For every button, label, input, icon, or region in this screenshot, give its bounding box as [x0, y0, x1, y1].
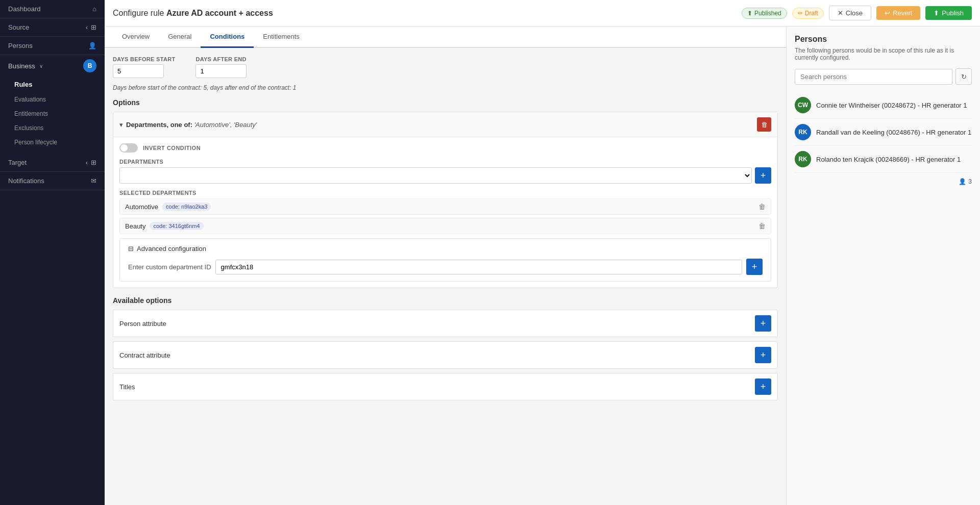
- dept1-name: Automotive: [125, 203, 158, 211]
- dept1-code: code: n9Iao2ka3: [162, 203, 211, 211]
- publish-button[interactable]: ⬆ Publish: [925, 6, 972, 20]
- toggle-knob: [120, 144, 128, 152]
- days-after-end-label: DAYS AFTER END: [195, 56, 247, 62]
- revert-button[interactable]: ↩ Revert: [876, 6, 920, 20]
- publish-label: Publish: [942, 9, 964, 17]
- condition-block-departments: ▾ Departments, one of: 'Automotive', 'Be…: [113, 112, 778, 288]
- close-button[interactable]: ✕ Close: [829, 6, 871, 20]
- persons-panel-title: Persons: [795, 35, 972, 44]
- sidebar-evaluations-label: Evaluations: [14, 96, 46, 103]
- delete-condition-button[interactable]: 🗑: [757, 117, 771, 132]
- sidebar-business-item[interactable]: Business ∨ B: [0, 55, 105, 77]
- person1-name: Connie ter Wintheiser (00248672) - HR ge…: [816, 102, 967, 109]
- publish-icon: ⬆: [934, 9, 939, 17]
- days-after-end-input[interactable]: [195, 64, 247, 78]
- add-custom-id-button[interactable]: +: [746, 259, 763, 275]
- refresh-icon: ↻: [961, 73, 967, 81]
- add-department-button[interactable]: +: [755, 167, 771, 184]
- plus-icon-ca: +: [761, 350, 766, 361]
- minus-icon: ⊟: [128, 245, 134, 252]
- person-row-2: RK Randall van de Keeling (00248676) - H…: [795, 119, 972, 146]
- caret-icon[interactable]: ▾: [119, 121, 123, 129]
- revert-label: Revert: [893, 9, 912, 17]
- tabs-bar: Overview General Conditions Entitlements: [105, 27, 786, 48]
- person2-name: Randall van de Keeling (00248676) - HR g…: [816, 129, 971, 136]
- days-before-start-input[interactable]: [113, 64, 164, 78]
- topbar: Configure rule Azure AD account + access…: [105, 0, 980, 27]
- sidebar-business-label: Business: [8, 62, 35, 70]
- departments-select-row: +: [119, 167, 771, 184]
- condition-header: ▾ Departments, one of: 'Automotive', 'Be…: [113, 112, 777, 137]
- persons-panel: Persons The following persons would be i…: [786, 27, 980, 505]
- target-grid-icon: ⊞: [91, 159, 96, 166]
- add-person-attribute-button[interactable]: +: [755, 315, 771, 332]
- sidebar-dashboard-label: Dashboard: [8, 5, 41, 13]
- tab-conditions-label: Conditions: [210, 33, 244, 40]
- refresh-button[interactable]: ↻: [955, 68, 972, 85]
- tab-entitlements[interactable]: Entitlements: [254, 27, 309, 48]
- persons-count-icon: 👤: [959, 178, 966, 185]
- person3-avatar: RK: [795, 151, 811, 167]
- sidebar-evaluations-item[interactable]: Evaluations: [0, 92, 105, 107]
- sidebar-source-label: Source: [8, 23, 29, 31]
- dept2-code: code: 3416gt6nm4: [150, 222, 203, 230]
- persons-icon: 👤: [88, 42, 96, 49]
- chevron-left-icon-target: ‹: [86, 159, 88, 166]
- add-titles-button[interactable]: +: [755, 378, 771, 395]
- sidebar-person-lifecycle-item[interactable]: Person lifecycle: [0, 135, 105, 149]
- chevron-left-icon: ‹: [86, 23, 88, 31]
- sidebar-dashboard-item[interactable]: Dashboard ⌂: [0, 0, 105, 18]
- sidebar-rules-item[interactable]: Rules: [0, 77, 105, 92]
- option-row-titles: Titles +: [113, 373, 778, 400]
- sidebar-source-item[interactable]: Source ‹ ⊞: [0, 18, 105, 37]
- advanced-body: Enter custom department ID +: [128, 259, 763, 275]
- tab-general[interactable]: General: [159, 27, 201, 48]
- tab-general-label: General: [168, 33, 191, 40]
- condition-type: Departments, one of:: [126, 121, 192, 129]
- option2-label: Contract attribute: [119, 351, 755, 359]
- sidebar-persons-item[interactable]: Persons 👤: [0, 37, 105, 55]
- dept-row-beauty: Beauty code: 3416gt6nm4 🗑: [119, 218, 771, 234]
- published-icon: ⬆: [747, 10, 752, 17]
- search-row: ↻: [795, 68, 972, 85]
- sidebar-exclusions-label: Exclusions: [14, 124, 43, 132]
- person-row-3: RK Rolando ten Krajcik (00248669) - HR g…: [795, 146, 972, 173]
- draft-badge: ✏ Draft: [792, 8, 824, 19]
- sidebar-exclusions-item[interactable]: Exclusions: [0, 121, 105, 135]
- search-persons-input[interactable]: [795, 69, 952, 85]
- tab-entitlements-label: Entitlements: [263, 33, 300, 40]
- sidebar-persons-label: Persons: [8, 42, 33, 49]
- add-contract-attribute-button[interactable]: +: [755, 347, 771, 363]
- option3-label: Titles: [119, 383, 755, 391]
- dept2-name: Beauty: [125, 222, 145, 230]
- condition-title-text: Departments, one of: 'Automotive', 'Beau…: [126, 121, 757, 129]
- advanced-config-toggle[interactable]: ⊟ Advanced configuration: [128, 245, 763, 252]
- close-icon: ✕: [838, 9, 843, 17]
- sidebar-notifications-item[interactable]: Notifications ✉: [0, 172, 105, 190]
- departments-label: DEPARTMENTS: [119, 159, 771, 165]
- invert-row: INVERT CONDITION: [119, 143, 771, 153]
- plus-icon-custom: +: [752, 262, 757, 272]
- departments-select[interactable]: [119, 167, 752, 184]
- content-area: Overview General Conditions Entitlements…: [105, 27, 980, 505]
- option-row-contract-attribute: Contract attribute +: [113, 341, 778, 369]
- custom-id-input[interactable]: [215, 260, 742, 274]
- person2-initials: RK: [798, 129, 807, 136]
- sidebar-target-label: Target: [8, 159, 27, 166]
- published-badge: ⬆ Published: [742, 8, 787, 19]
- person3-name: Rolando ten Krajcik (00248669) - HR gene…: [816, 156, 961, 163]
- delete-dept1-button[interactable]: 🗑: [758, 203, 766, 211]
- invert-toggle[interactable]: [119, 143, 138, 153]
- sidebar-target-item[interactable]: Target ‹ ⊞: [0, 154, 105, 172]
- persons-footer: 👤 3: [795, 178, 972, 185]
- sidebar-entitlements-item[interactable]: Entitlements: [0, 107, 105, 121]
- sidebar: Dashboard ⌂ Source ‹ ⊞ Persons 👤 Busines…: [0, 0, 105, 505]
- delete-dept2-button[interactable]: 🗑: [758, 222, 766, 230]
- grid-icon: ⊞: [91, 23, 96, 31]
- tab-overview[interactable]: Overview: [113, 27, 159, 48]
- tab-conditions[interactable]: Conditions: [201, 27, 254, 48]
- advanced-config-label: Advanced configuration: [137, 245, 206, 252]
- condition-body: INVERT CONDITION DEPARTMENTS + SELECTED …: [113, 137, 777, 288]
- persons-count: 3: [968, 178, 972, 185]
- published-label: Published: [754, 10, 781, 17]
